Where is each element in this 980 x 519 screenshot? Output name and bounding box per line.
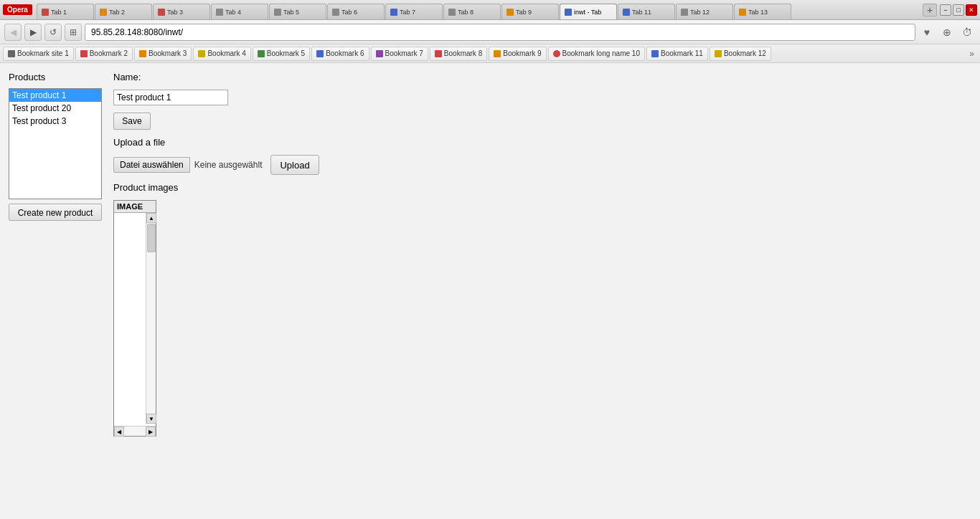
products-heading: Products — [9, 72, 102, 82]
scroll-track-v — [146, 223, 156, 414]
scroll-up-arrow[interactable]: ▲ — [146, 213, 156, 223]
bookmarks-icon[interactable]: ♥ — [918, 24, 936, 41]
scroll-left-arrow[interactable]: ◀ — [114, 427, 124, 437]
bookmark-10[interactable]: Bookmark long name 10 — [548, 47, 645, 61]
address-bar[interactable] — [85, 24, 915, 41]
page-content: Products Test product 1 Test product 20 … — [0, 63, 980, 519]
product-item-2[interactable]: Test product 20 — [9, 102, 101, 115]
save-row: Save — [113, 113, 319, 130]
forward-button[interactable]: ▶ — [24, 24, 42, 41]
tab-9[interactable]: Tab 9 — [501, 4, 559, 19]
translate-icon[interactable]: ⊕ — [938, 24, 956, 41]
product-item-3[interactable]: Test product 3 — [9, 115, 101, 128]
file-input-wrapper: Datei auswählen Keine ausgewählt — [113, 157, 266, 173]
window-controls: − □ ✕ — [940, 4, 977, 16]
bookmark-4[interactable]: Bookmark 4 — [193, 47, 250, 61]
back-button[interactable]: ◀ — [4, 24, 22, 41]
vertical-scrollbar[interactable]: ▲ ▼ — [146, 213, 156, 424]
maximize-button[interactable]: □ — [953, 4, 964, 16]
reload-button[interactable]: ↺ — [44, 24, 62, 41]
tab-13[interactable]: Tab 13 — [734, 4, 791, 19]
tab-10-active[interactable]: inwt - Tab — [560, 4, 617, 19]
turbo-icon[interactable]: ⏱ — [958, 24, 976, 41]
bookmark-5[interactable]: Bookmark 5 — [253, 47, 310, 61]
name-label: Name: — [113, 72, 141, 82]
close-button[interactable]: ✕ — [966, 4, 977, 16]
tab-7[interactable]: Tab 7 — [385, 4, 443, 19]
name-row: Name: — [113, 72, 319, 82]
bookmarks-bar: Bookmark site 1 Bookmark 2 Bookmark 3 Bo… — [0, 44, 980, 63]
browser-titlebar: Opera Tab 1 Tab 2 Tab 3 Tab 4 Tab 5 Tab … — [0, 0, 980, 20]
image-table-body: ▲ ▼ — [114, 213, 156, 424]
product-images-label: Product images — [113, 182, 178, 193]
bookmark-11[interactable]: Bookmark 11 — [646, 47, 708, 61]
tab-12[interactable]: Tab 12 — [676, 4, 733, 19]
image-column-header: IMAGE — [114, 201, 156, 213]
product-images-label-row: Product images — [113, 182, 319, 193]
upload-button[interactable]: Upload — [270, 155, 319, 175]
home-button[interactable]: ⊞ — [65, 24, 82, 41]
new-tab-button[interactable]: + — [923, 4, 937, 16]
tab-3[interactable]: Tab 3 — [153, 4, 210, 19]
tab-11[interactable]: Tab 11 — [618, 4, 675, 19]
tab-1[interactable]: Tab 1 — [37, 4, 94, 19]
tab-bar: Tab 1 Tab 2 Tab 3 Tab 4 Tab 5 Tab 6 Tab … — [37, 0, 921, 19]
name-input-row — [113, 90, 319, 105]
products-panel: Products Test product 1 Test product 20 … — [9, 72, 102, 221]
product-item-1[interactable]: Test product 1 — [9, 89, 101, 102]
tab-5[interactable]: Tab 5 — [269, 4, 326, 19]
tab-4[interactable]: Tab 4 — [211, 4, 268, 19]
upload-label-row: Upload a file — [113, 137, 319, 148]
tab-2[interactable]: Tab 2 — [95, 4, 152, 19]
bookmark-1[interactable]: Bookmark site 1 — [3, 47, 74, 61]
bookmark-6[interactable]: Bookmark 6 — [311, 47, 369, 61]
scroll-down-arrow[interactable]: ▼ — [146, 414, 156, 424]
image-table-container: IMAGE ▲ ▼ ◀ ▶ — [113, 200, 156, 437]
bookmark-12[interactable]: Bookmark 12 — [710, 47, 771, 61]
products-listbox[interactable]: Test product 1 Test product 20 Test prod… — [9, 88, 102, 199]
name-input[interactable] — [113, 90, 228, 105]
bookmark-2[interactable]: Bookmark 2 — [75, 47, 133, 61]
navigation-bar: ◀ ▶ ↺ ⊞ ♥ ⊕ ⏱ — [0, 20, 980, 44]
create-product-button[interactable]: Create new product — [9, 204, 102, 221]
minimize-button[interactable]: − — [940, 4, 951, 16]
bookmark-8[interactable]: Bookmark 8 — [430, 47, 487, 61]
tab-6[interactable]: Tab 6 — [327, 4, 385, 19]
scroll-right-arrow[interactable]: ▶ — [146, 427, 156, 437]
upload-label: Upload a file — [113, 137, 165, 148]
nav-right-icons: ♥ ⊕ ⏱ — [918, 24, 976, 41]
no-file-label: Keine ausgewählt — [190, 157, 267, 173]
opera-logo: Opera — [3, 4, 32, 15]
tab-8[interactable]: Tab 8 — [443, 4, 501, 19]
bookmark-9[interactable]: Bookmark 9 — [489, 47, 546, 61]
bookmark-3[interactable]: Bookmark 3 — [134, 47, 192, 61]
save-button[interactable]: Save — [113, 113, 151, 130]
bookmark-7[interactable]: Bookmark 7 — [371, 47, 428, 61]
bookmarks-more-button[interactable]: » — [966, 49, 977, 59]
product-details-panel: Name: Save Upload a file Datei auswählen… — [113, 72, 319, 437]
scroll-track-h — [124, 427, 146, 436]
scroll-thumb-v[interactable] — [147, 224, 156, 252]
choose-file-button[interactable]: Datei auswählen — [113, 157, 190, 173]
upload-row: Datei auswählen Keine ausgewählt Upload — [113, 155, 319, 175]
horizontal-scrollbar[interactable]: ◀ ▶ — [114, 426, 156, 436]
